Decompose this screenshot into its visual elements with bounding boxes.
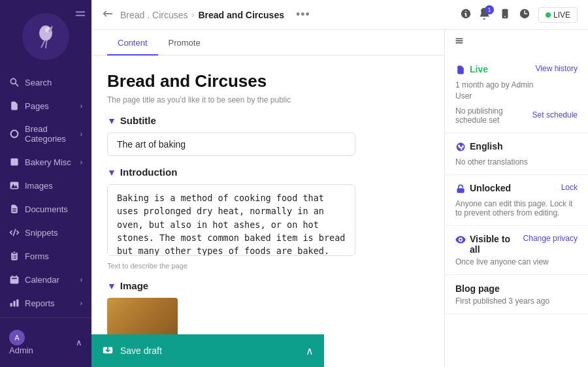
sidebar-bottom: A Admin ∧: [0, 317, 91, 367]
page-title-area: Bread and Circuses The page title as you…: [91, 56, 444, 115]
sidebar-item-calendar-label: Calendar: [25, 275, 59, 285]
calendar-chevron-icon: ›: [80, 276, 82, 283]
live-button[interactable]: LIVE: [538, 7, 578, 23]
panel-live-title: Live: [470, 64, 532, 74]
sidebar-item-documents[interactable]: Documents: [0, 197, 91, 221]
visibility-description: Once live anyone can view: [455, 257, 578, 266]
panel-live-header: Live View history: [455, 64, 578, 78]
introduction-section-header: ▼ Introduction: [107, 167, 429, 178]
image-section-label: Image: [120, 280, 148, 291]
sidebar-item-search-label: Search: [25, 78, 52, 88]
sidebar-item-search[interactable]: Search: [0, 71, 91, 94]
panel-language-header: English: [455, 141, 578, 155]
topbar: Bread . Circuses › Bread and Circuses ••…: [91, 0, 588, 30]
schedule-row: No publishing schedule set Set schedule: [455, 104, 578, 125]
panel-visibility-header: Visible to all Change privacy: [455, 234, 578, 255]
save-icon: [102, 343, 114, 358]
sidebar-item-images-label: Images: [25, 181, 53, 191]
notifications-button[interactable]: 1: [480, 8, 491, 22]
panel-lock-title: Unlocked: [470, 183, 557, 193]
sidebar-item-calendar[interactable]: Calendar ›: [0, 268, 91, 291]
change-privacy-button[interactable]: Change privacy: [523, 234, 578, 243]
live-label: LIVE: [553, 10, 570, 20]
admin-label: Admin: [9, 345, 33, 355]
editor: Content Promote Bread and Circuses The p…: [91, 30, 444, 367]
image-section-header: ▼ Image: [107, 280, 429, 291]
panel-section-lock: Unlocked Lock Anyone can edit this page.…: [445, 175, 588, 226]
document-icon: [455, 65, 466, 78]
subtitle-toggle-icon[interactable]: ▼: [107, 116, 116, 126]
view-history-button[interactable]: View history: [536, 64, 578, 73]
topbar-right: 1 LIVE: [460, 7, 578, 23]
live-sub2: User: [455, 91, 578, 101]
introduction-toggle-icon[interactable]: ▼: [107, 167, 116, 178]
sidebar-item-reports[interactable]: Reports ›: [0, 291, 91, 315]
tab-content[interactable]: Content: [107, 30, 158, 56]
sidebar-item-bread-categories-label: Bread Categories: [25, 124, 75, 144]
sidebar-item-forms[interactable]: Forms: [0, 244, 91, 268]
page-title: Bread and Circuses: [107, 71, 429, 91]
lock-button[interactable]: Lock: [561, 183, 578, 192]
sidebar-item-images[interactable]: Images: [0, 174, 91, 197]
live-dot: [546, 12, 551, 18]
sidebar-logo-circle: [22, 13, 69, 60]
image-thumbnail: [107, 298, 178, 337]
content-area: Content Promote Bread and Circuses The p…: [91, 30, 588, 367]
set-schedule-button[interactable]: Set schedule: [532, 110, 578, 120]
sidebar-item-reports-label: Reports: [25, 298, 55, 308]
reports-chevron-icon: ›: [80, 300, 82, 307]
notification-badge: 1: [485, 5, 494, 14]
sidebar-item-bakery-misc[interactable]: Bakery Misc ›: [0, 150, 91, 174]
image-thumbnail-inner: [107, 298, 178, 337]
mobile-preview-icon[interactable]: [499, 8, 511, 22]
back-button[interactable]: [102, 8, 114, 22]
eye-icon: [455, 234, 466, 247]
live-sub1-text: 1 month ago by Admin: [455, 80, 533, 89]
sidebar-item-pages[interactable]: Pages ›: [0, 94, 91, 118]
sidebar: Search Pages › Bread Categories › Bakery…: [0, 0, 91, 367]
sidebar-toggle-icon[interactable]: [74, 8, 86, 22]
save-draft-bar: Save draft ∧: [91, 334, 324, 367]
introduction-textarea[interactable]: [107, 184, 355, 256]
sidebar-item-bakery-misc-label: Bakery Misc: [25, 157, 71, 167]
info-icon[interactable]: [460, 8, 472, 22]
bread-categories-chevron-icon: ›: [80, 131, 82, 138]
subtitle-label: Subtitle: [120, 115, 156, 126]
panel-blog-title: Blog page: [455, 283, 500, 294]
panel-section-live: Live View history 1 month ago by Admin U…: [445, 56, 588, 133]
history-icon[interactable]: [519, 8, 531, 22]
panel-language-title: English: [470, 141, 578, 152]
page-title-hint: The page title as you'd like it to be se…: [107, 95, 429, 104]
bakery-misc-chevron-icon: ›: [80, 159, 82, 166]
introduction-label: Introduction: [120, 167, 177, 178]
no-translations-text: No other translations: [455, 157, 578, 167]
lock-description: Anyone can edit this page. Lock it to pr…: [455, 199, 578, 217]
main-area: Bread . Circuses › Bread and Circuses ••…: [91, 0, 588, 367]
introduction-hint: Text to describe the page: [107, 262, 429, 270]
panel-expand-button[interactable]: [445, 30, 588, 56]
introduction-section: ▼ Introduction Text to describe the page: [91, 167, 444, 280]
tab-content-label: Content: [118, 38, 148, 48]
subtitle-section: ▼ Subtitle: [91, 115, 444, 167]
panel-section-language: English No other translations: [445, 133, 588, 175]
more-options-button[interactable]: •••: [296, 8, 310, 22]
pages-chevron-icon: ›: [80, 103, 82, 110]
sidebar-nav: Search Pages › Bread Categories › Bakery…: [0, 71, 91, 317]
sidebar-item-snippets[interactable]: Snippets: [0, 221, 91, 244]
breadcrumb-parent[interactable]: Bread . Circuses: [120, 10, 188, 20]
panel-live-content: 1 month ago by Admin User No publishing …: [455, 80, 578, 125]
no-schedule-text: No publishing schedule set: [455, 106, 532, 125]
live-sub1: 1 month ago by Admin: [455, 80, 578, 89]
tab-promote[interactable]: Promote: [158, 30, 211, 56]
blog-published-text: First published 3 years ago: [455, 296, 578, 306]
admin-avatar: A: [9, 330, 25, 345]
sidebar-logo-area: [0, 0, 91, 71]
sidebar-admin[interactable]: A Admin ∧: [0, 323, 91, 362]
editor-tabs: Content Promote: [91, 30, 444, 56]
subtitle-input[interactable]: [107, 133, 355, 156]
unlock-icon: [455, 184, 466, 197]
save-expand-button[interactable]: ∧: [306, 345, 314, 357]
sidebar-item-snippets-label: Snippets: [25, 228, 58, 238]
sidebar-item-bread-categories[interactable]: Bread Categories ›: [0, 118, 91, 150]
image-toggle-icon[interactable]: ▼: [107, 281, 116, 291]
